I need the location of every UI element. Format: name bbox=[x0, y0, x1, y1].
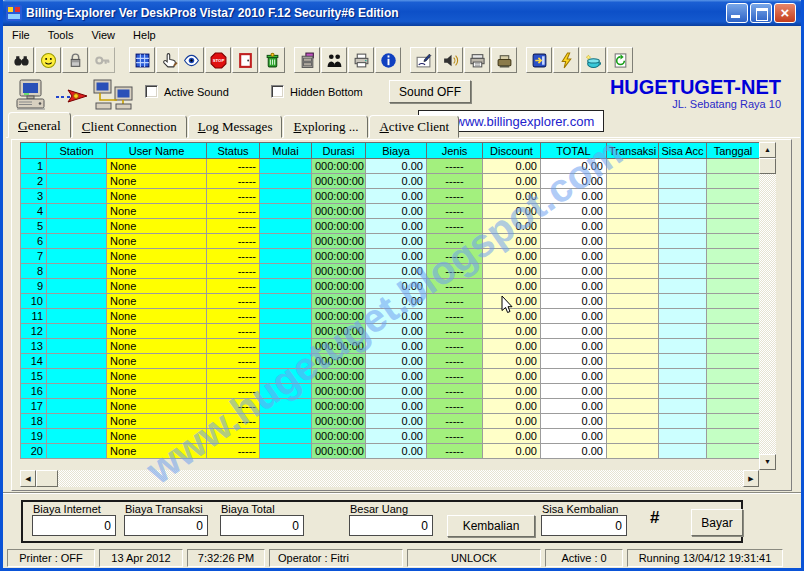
scroll-left-button[interactable]: ◀ bbox=[20, 470, 36, 487]
tab-log-messages[interactable]: Log Messages bbox=[188, 115, 283, 138]
clients-grid-button[interactable] bbox=[129, 47, 155, 73]
scroll-down-button[interactable]: ▼ bbox=[759, 454, 776, 470]
table-row[interactable]: 1None-----000:00:000.00-----0.000.00 bbox=[21, 159, 760, 174]
table-row[interactable]: 18None-----000:00:000.00-----0.000.00 bbox=[21, 414, 760, 429]
table-row[interactable]: 3None-----000:00:000.00-----0.000.00 bbox=[21, 189, 760, 204]
brand-block: HUGETUGET-NET JL. Sebatang Raya 10 bbox=[610, 76, 781, 111]
speaker-button[interactable] bbox=[437, 47, 463, 73]
cell-status: ----- bbox=[207, 384, 260, 399]
table-row[interactable]: 10None-----000:00:000.00-----0.000.00 bbox=[21, 294, 760, 309]
table-row[interactable]: 4None-----000:00:000.00-----0.000.00 bbox=[21, 204, 760, 219]
tab-exploring[interactable]: Exploring ... bbox=[283, 115, 368, 138]
biaya-transaksi-input[interactable] bbox=[124, 515, 208, 536]
toolbar-group-4 bbox=[294, 47, 402, 73]
eye-button[interactable] bbox=[178, 47, 204, 73]
print-unit-button[interactable] bbox=[491, 47, 517, 73]
minimize-button[interactable] bbox=[726, 3, 748, 23]
menu-view[interactable]: View bbox=[82, 28, 124, 42]
tab-client-connection[interactable]: Client Connection bbox=[72, 115, 187, 138]
cell-mulai bbox=[260, 414, 312, 429]
divider-groove bbox=[3, 492, 801, 494]
signature-button[interactable] bbox=[410, 47, 436, 73]
cell-tanggal bbox=[707, 384, 760, 399]
export-button[interactable] bbox=[526, 47, 552, 73]
printer-button[interactable] bbox=[348, 47, 374, 73]
cell-transaksi bbox=[607, 339, 659, 354]
lock-button[interactable] bbox=[62, 47, 88, 73]
hscroll-thumb[interactable] bbox=[36, 470, 58, 487]
table-row[interactable]: 13None-----000:00:000.00-----0.000.00 bbox=[21, 339, 760, 354]
print-doc-button[interactable] bbox=[464, 47, 490, 73]
lightning-button[interactable] bbox=[553, 47, 579, 73]
cell-num: 9 bbox=[21, 279, 47, 294]
cell-status: ----- bbox=[207, 189, 260, 204]
maximize-button[interactable] bbox=[750, 3, 772, 23]
scroll-up-button[interactable]: ▲ bbox=[759, 142, 776, 158]
find-button[interactable] bbox=[8, 47, 34, 73]
table-row[interactable]: 5None-----000:00:000.00-----0.000.00 bbox=[21, 219, 760, 234]
cell-durasi: 000:00:00 bbox=[312, 414, 366, 429]
horizontal-scrollbar[interactable]: ◀ ▶ bbox=[20, 470, 759, 487]
brand-name: HUGETUGET-NET bbox=[610, 76, 781, 98]
door-button[interactable] bbox=[232, 47, 258, 73]
users-button[interactable] bbox=[321, 47, 347, 73]
key-button[interactable] bbox=[89, 47, 115, 73]
tab-general[interactable]: General bbox=[8, 112, 71, 138]
biaya-total-input[interactable] bbox=[220, 515, 304, 536]
hidden-bottom-checkbox[interactable] bbox=[271, 85, 284, 98]
biaya-internet-input[interactable] bbox=[32, 515, 116, 536]
refresh-button[interactable] bbox=[607, 47, 633, 73]
cell-status: ----- bbox=[207, 204, 260, 219]
bayar-button[interactable]: Bayar bbox=[691, 509, 743, 536]
vertical-scrollbar[interactable]: ▲ ▼ bbox=[759, 142, 776, 470]
table-row[interactable]: 9None-----000:00:000.00-----0.000.00 bbox=[21, 279, 760, 294]
table-row[interactable]: 16None-----000:00:000.00-----0.000.00 bbox=[21, 384, 760, 399]
cell-mulai bbox=[260, 294, 312, 309]
smiley-button[interactable] bbox=[35, 47, 61, 73]
table-row[interactable]: 2None-----000:00:000.00-----0.000.00 bbox=[21, 174, 760, 189]
table-row[interactable]: 20None-----000:00:000.00-----0.000.00 bbox=[21, 444, 760, 459]
info-button[interactable] bbox=[375, 47, 401, 73]
cell-jenis: ----- bbox=[427, 234, 483, 249]
mouse-cursor bbox=[501, 295, 514, 316]
table-row[interactable]: 14None-----000:00:000.00-----0.000.00 bbox=[21, 354, 760, 369]
table-row[interactable]: 6None-----000:00:000.00-----0.000.00 bbox=[21, 234, 760, 249]
pot-button[interactable] bbox=[580, 47, 606, 73]
cell-tanggal bbox=[707, 264, 760, 279]
menu-help[interactable]: Help bbox=[124, 28, 165, 42]
kembalian-button[interactable]: Kembalian bbox=[447, 515, 535, 537]
scroll-right-button[interactable]: ▶ bbox=[743, 470, 759, 487]
trash-button[interactable] bbox=[259, 47, 285, 73]
cell-discount: 0.00 bbox=[483, 279, 541, 294]
close-button[interactable] bbox=[774, 3, 796, 23]
vscroll-thumb[interactable] bbox=[759, 158, 776, 174]
table-row[interactable]: 7None-----000:00:000.00-----0.000.00 bbox=[21, 249, 760, 264]
cell-durasi: 000:00:00 bbox=[312, 159, 366, 174]
active-sound-checkbox[interactable] bbox=[145, 85, 158, 98]
menu-file[interactable]: File bbox=[3, 28, 39, 42]
besar-uang-input[interactable] bbox=[349, 515, 433, 536]
table-row[interactable]: 8None-----000:00:000.00-----0.000.00 bbox=[21, 264, 760, 279]
window-title: Billing-Explorer Ver DeskPro8 Vista7 201… bbox=[26, 6, 399, 20]
sisa-kembalian-input[interactable] bbox=[541, 515, 627, 536]
cell-biaya: 0.00 bbox=[366, 429, 427, 444]
table-row[interactable]: 15None-----000:00:000.00-----0.000.00 bbox=[21, 369, 760, 384]
status-active: Active : 0 bbox=[545, 549, 623, 567]
menu-tools[interactable]: Tools bbox=[39, 28, 83, 42]
cell-sisa bbox=[659, 369, 707, 384]
table-row[interactable]: 11None-----000:00:000.00-----0.000.00 bbox=[21, 309, 760, 324]
cell-jenis: ----- bbox=[427, 264, 483, 279]
vscroll-track[interactable] bbox=[759, 174, 776, 454]
stop-button[interactable]: STOP bbox=[205, 47, 231, 73]
cell-sisa bbox=[659, 159, 707, 174]
table-row[interactable]: 12None-----000:00:000.00-----0.000.00 bbox=[21, 324, 760, 339]
tab-active-client[interactable]: Active Client bbox=[369, 115, 459, 138]
hscroll-track[interactable] bbox=[58, 470, 743, 487]
cell-status: ----- bbox=[207, 234, 260, 249]
cell-biaya: 0.00 bbox=[366, 369, 427, 384]
cell-transaksi bbox=[607, 414, 659, 429]
table-row[interactable]: 19None-----000:00:000.00-----0.000.00 bbox=[21, 429, 760, 444]
sound-off-button[interactable]: Sound OFF bbox=[389, 80, 471, 103]
cabinet-button[interactable] bbox=[294, 47, 320, 73]
table-row[interactable]: 17None-----000:00:000.00-----0.000.00 bbox=[21, 399, 760, 414]
